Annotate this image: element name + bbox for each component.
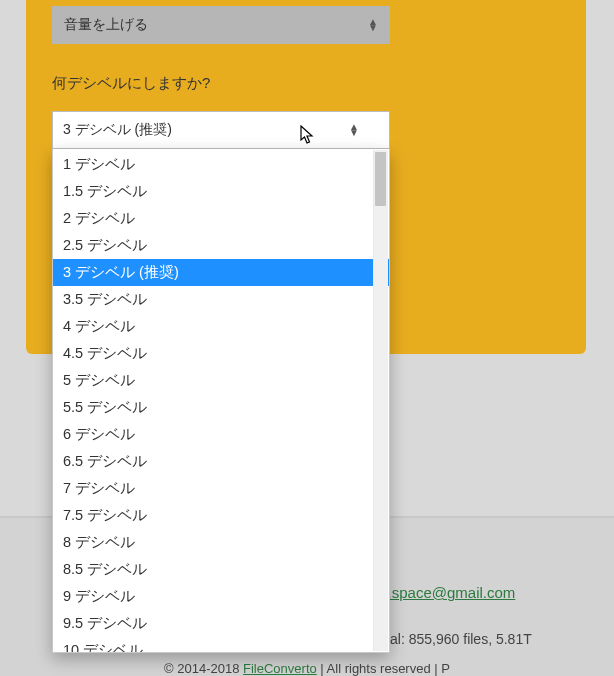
operation-select[interactable]: 音量を上げる ▲▼ [52, 6, 390, 44]
decibel-combo: 3 デシベル (推奨) ▲▼ 1 デシベル1.5 デシベル2 デシベル2.5 デ… [52, 111, 390, 149]
operation-select-wrap: 音量を上げる ▲▼ [52, 6, 560, 44]
decibel-options: 1 デシベル1.5 デシベル2 デシベル2.5 デシベル3 デシベル (推奨)3… [53, 149, 389, 653]
decibel-option[interactable]: 9.5 デシベル [53, 610, 389, 637]
decibel-option[interactable]: 5.5 デシベル [53, 394, 389, 421]
decibel-option[interactable]: 6.5 デシベル [53, 448, 389, 475]
updown-icon: ▲▼ [349, 124, 359, 136]
decibel-combo-value: 3 デシベル (推奨) [63, 121, 172, 139]
brand-link[interactable]: FileConverto [243, 661, 317, 676]
decibel-option[interactable]: 3.5 デシベル [53, 286, 389, 313]
decibel-combo-list: 1 デシベル1.5 デシベル2 デシベル2.5 デシベル3 デシベル (推奨)3… [52, 149, 390, 653]
decibel-option[interactable]: 2 デシベル [53, 205, 389, 232]
decibel-option[interactable]: 3 デシベル (推奨) [53, 259, 389, 286]
footer-copyright: © 2014-2018 FileConverto | All rights re… [0, 661, 614, 676]
decibel-option[interactable]: 6 デシベル [53, 421, 389, 448]
updown-icon: ▲▼ [368, 19, 378, 31]
decibel-option[interactable]: 10 デシベル [53, 637, 389, 653]
decibel-card: 何デシベルにしますか? 3 デシベル (推奨) ▲▼ 1 デシベル1.5 デシベ… [40, 54, 560, 149]
decibel-prompt: 何デシベルにしますか? [52, 74, 560, 93]
decibel-option[interactable]: 8.5 デシベル [53, 556, 389, 583]
decibel-option[interactable]: 7 デシベル [53, 475, 389, 502]
scrollbar-thumb[interactable] [375, 152, 386, 206]
copyright-suffix: | All rights reserved | P [317, 661, 450, 676]
settings-panel: 音量を上げる ▲▼ 何デシベルにしますか? 3 デシベル (推奨) ▲▼ 1 デ… [26, 0, 586, 354]
operation-select-value: 音量を上げる [64, 16, 148, 34]
decibel-option[interactable]: 7.5 デシベル [53, 502, 389, 529]
decibel-option[interactable]: 8 デシベル [53, 529, 389, 556]
decibel-option[interactable]: 1.5 デシベル [53, 178, 389, 205]
decibel-option[interactable]: 4 デシベル [53, 313, 389, 340]
decibel-option[interactable]: 1 デシベル [53, 151, 389, 178]
copyright-prefix: © 2014-2018 [164, 661, 243, 676]
decibel-option[interactable]: 5 デシベル [53, 367, 389, 394]
decibel-combo-input[interactable]: 3 デシベル (推奨) ▲▼ [52, 111, 390, 149]
decibel-option[interactable]: 9 デシベル [53, 583, 389, 610]
decibel-option[interactable]: 2.5 デシベル [53, 232, 389, 259]
scrollbar-track[interactable] [373, 150, 388, 651]
decibel-option[interactable]: 4.5 デシベル [53, 340, 389, 367]
